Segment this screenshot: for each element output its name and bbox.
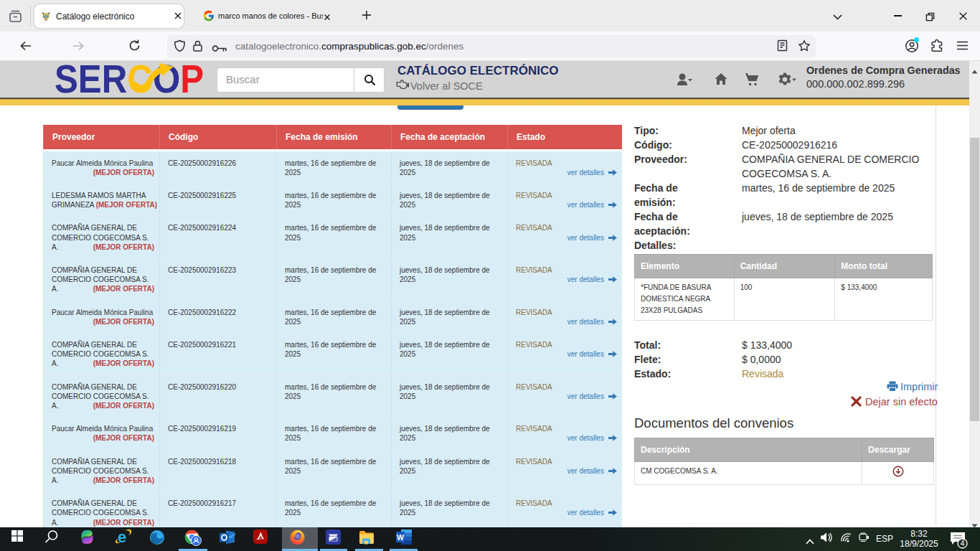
svg-text:4: 4 [961, 540, 965, 547]
svg-text:W: W [397, 533, 404, 542]
